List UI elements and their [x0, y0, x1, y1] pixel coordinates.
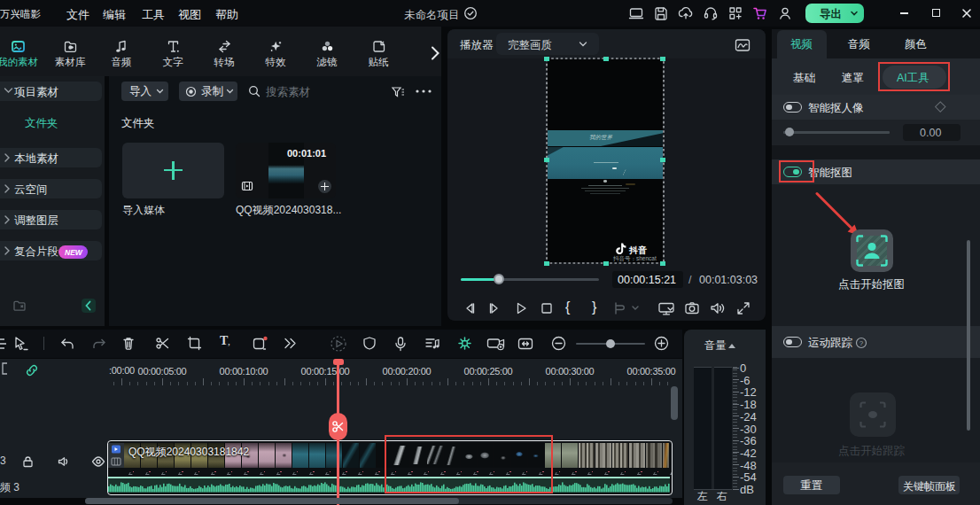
svg-text:?: ?: [859, 339, 864, 347]
